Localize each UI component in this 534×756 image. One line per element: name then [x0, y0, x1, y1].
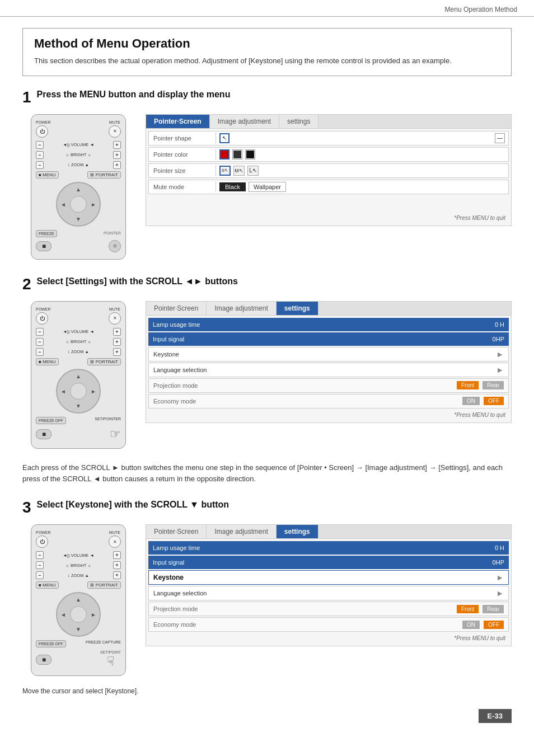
step-2-heading: 2 Select [Settings] with the SCROLL ◄► b… [22, 273, 512, 292]
tab-spacer-3 [318, 525, 511, 538]
front-btn-3[interactable]: Front [457, 605, 479, 613]
color-opt-black[interactable] [245, 149, 255, 159]
nav-right-2[interactable]: ► [91, 388, 96, 394]
freeze-icon-btn-2[interactable]: ⏹ [36, 429, 51, 439]
nav-center-3[interactable] [70, 606, 87, 623]
nav-wheel-3: ▲ ▼ ◄ ► [56, 592, 101, 637]
bright-minus-2[interactable]: − [36, 338, 44, 346]
freeze-btn[interactable]: FREEZE [36, 230, 57, 237]
step-1-row: POWER ⏻ MUTE ✕ − ◄)) VOLUME ◄ + [22, 114, 512, 260]
vol-plus-2[interactable]: + [113, 328, 121, 336]
language-row[interactable]: Language selection ► [148, 363, 509, 377]
nav-left-3[interactable]: ◄ [60, 612, 66, 618]
rear-btn[interactable]: Rear [483, 381, 504, 389]
vol-minus[interactable]: − [36, 141, 44, 149]
tab-settings-1[interactable]: settings [279, 115, 318, 128]
bright-minus-3[interactable]: − [36, 561, 44, 569]
pointer-shape-cursor[interactable]: ↖ [219, 133, 229, 143]
portrait-btn[interactable]: ⊞ PORTRAIT [87, 171, 121, 179]
remote-illustration-1: POWER ⏻ MUTE ✕ − ◄)) VOLUME ◄ + [31, 114, 126, 260]
tab-pointer-screen-3[interactable]: Pointer·Screen [146, 525, 207, 538]
tab-image-adj-3[interactable]: Image adjustment [207, 525, 276, 538]
projection-mode-options-3: Front Rear [457, 605, 504, 613]
zoom-plus-3[interactable]: + [113, 571, 121, 579]
size-opt-med[interactable]: M↖ [233, 166, 245, 176]
lamp-usage-row-3: Lamp usage time 0 H [148, 541, 509, 555]
bright-plus-2[interactable]: + [113, 338, 121, 346]
bright-plus[interactable]: + [113, 151, 121, 159]
pointer-btn[interactable]: ⊙ [109, 240, 121, 252]
language-row-3[interactable]: Language selection ► [148, 586, 509, 600]
freeze-off-btn-3[interactable]: FREEZE OFF [36, 640, 66, 647]
power-btn-3[interactable]: ⏻ [36, 536, 48, 548]
mute-label-2: MUTE [109, 307, 121, 311]
nav-center-2[interactable] [70, 383, 87, 400]
vol-plus-3[interactable]: + [113, 551, 121, 559]
menu-btn[interactable]: ■ MENU [36, 171, 59, 179]
freeze-off-btn[interactable]: FREEZE OFF [36, 417, 66, 424]
zoom-minus-2[interactable]: − [36, 348, 44, 356]
nav-right-arrow[interactable]: ► [91, 201, 96, 207]
page-number: E-33 [479, 709, 512, 723]
rear-btn-3[interactable]: Rear [483, 605, 504, 613]
economy-mode-row-3: Economy mode ON OFF [148, 617, 509, 632]
on-btn-3[interactable]: ON [462, 621, 480, 629]
nav-down-arrow[interactable]: ▼ [76, 216, 81, 222]
mute-wallpaper-btn[interactable]: Wallpaper [249, 182, 286, 192]
tab-pointer-screen-1[interactable]: Pointer·Screen [146, 115, 210, 128]
size-opt-large[interactable]: L↖ [247, 166, 259, 176]
mute-black-btn[interactable]: Black [219, 182, 246, 191]
nav-down-2[interactable]: ▼ [76, 403, 81, 409]
zoom-minus-3[interactable]: − [36, 571, 44, 579]
freeze-icon-btn-3[interactable]: ⏹ [36, 655, 51, 665]
tab-settings-2[interactable]: settings [277, 302, 318, 315]
nav-left-arrow[interactable]: ◄ [60, 201, 66, 207]
nav-down-3[interactable]: ▼ [76, 626, 81, 632]
menu-btn-2[interactable]: ■ MENU [36, 358, 59, 365]
input-signal-label: Input signal [153, 336, 184, 342]
power-btn-2[interactable]: ⏻ [36, 312, 48, 325]
zoom-plus-2[interactable]: + [113, 348, 121, 356]
zoom-minus[interactable]: − [36, 161, 44, 169]
zoom-row: − ↕ ZOOM ▲ + [36, 161, 121, 169]
economy-mode-label-3: Economy mode [153, 621, 196, 628]
color-opt-red[interactable] [219, 149, 229, 159]
vol-minus-3[interactable]: − [36, 551, 44, 559]
tab-pointer-screen-2[interactable]: Pointer·Screen [146, 302, 207, 315]
off-btn[interactable]: OFF [484, 397, 504, 405]
mute-btn[interactable]: ✕ [109, 125, 121, 138]
mute-btn-3[interactable]: ✕ [109, 536, 121, 548]
nav-center[interactable] [70, 196, 87, 213]
front-btn[interactable]: Front [457, 381, 479, 389]
nav-up-3[interactable]: ▲ [76, 597, 81, 603]
nav-left-2[interactable]: ◄ [60, 388, 66, 394]
color-opt-dark[interactable] [232, 149, 242, 159]
tab-settings-3[interactable]: settings [277, 525, 318, 538]
power-btn[interactable]: ⏻ [36, 125, 48, 138]
size-opt-small[interactable]: S↖ [219, 166, 231, 176]
bright-minus[interactable]: − [36, 151, 44, 159]
remote-step3: POWER ⏻ MUTE ✕ − ◄)) VOLUME ◄ + [22, 524, 134, 676]
portrait-btn-3[interactable]: ⊞ PORTRAIT [87, 581, 121, 589]
bright-plus-3[interactable]: + [113, 561, 121, 569]
nav-up-arrow[interactable]: ▲ [76, 186, 81, 192]
nav-right-3[interactable]: ► [91, 612, 96, 618]
nav-wheel-2: ▲ ▼ ◄ ► [56, 369, 101, 414]
menu-btn-3[interactable]: ■ MENU [36, 581, 59, 589]
tab-image-adj-2[interactable]: Image adjustment [207, 302, 276, 315]
on-btn[interactable]: ON [462, 397, 480, 405]
menu-row-pointer-size: Pointer size S↖ M↖ L↖ [148, 163, 509, 178]
freeze-icon-btn[interactable]: ⏹ [36, 241, 51, 251]
vol-plus[interactable]: + [113, 141, 121, 149]
keystone-row[interactable]: Keystone ► [148, 347, 509, 361]
off-btn-3[interactable]: OFF [484, 621, 504, 629]
zoom-plus[interactable]: + [113, 161, 121, 169]
mute-btn-2[interactable]: ✕ [109, 312, 121, 325]
portrait-btn-2[interactable]: ⊞ PORTRAIT [87, 358, 121, 365]
nav-up-2[interactable]: ▲ [76, 373, 81, 379]
pointer-shape-dash[interactable]: — [495, 133, 505, 143]
tab-image-adj-1[interactable]: Image adjustment [210, 115, 279, 128]
keystone-row-3[interactable]: Keystone ► [148, 570, 509, 585]
bright-label-2: ☼ BRIGHT ☼ [45, 339, 111, 344]
vol-minus-2[interactable]: − [36, 328, 44, 336]
